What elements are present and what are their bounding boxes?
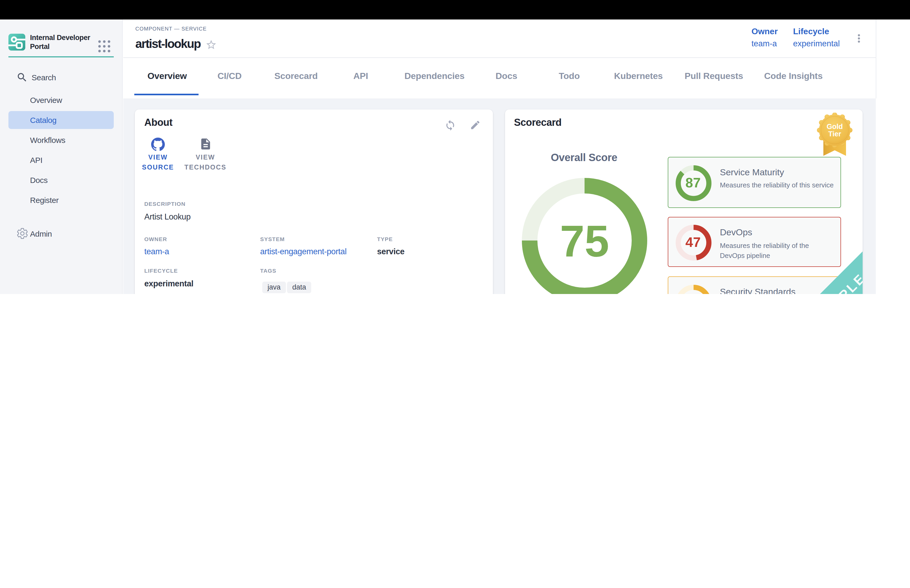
- svg-text:Tier: Tier: [828, 130, 841, 138]
- svg-text:Gold: Gold: [826, 123, 843, 131]
